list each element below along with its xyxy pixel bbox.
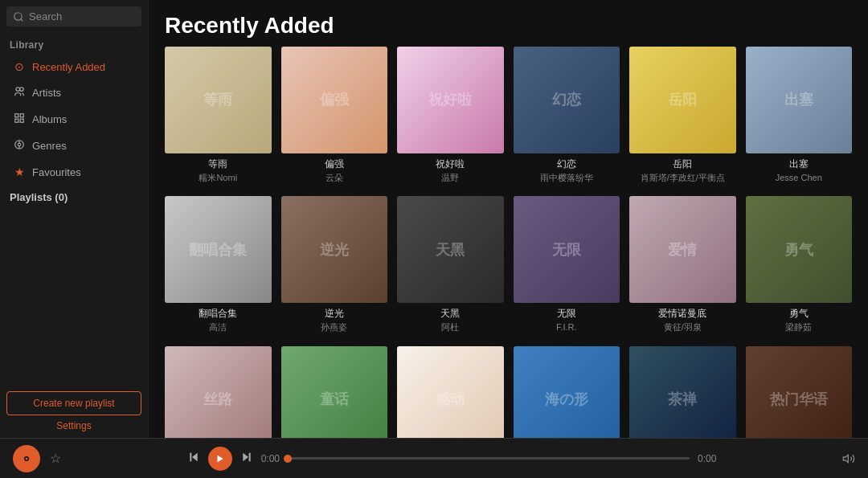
album-cover: 感动 [397, 346, 504, 438]
album-item[interactable]: 无限无限F.I.R. [514, 196, 620, 333]
nav-label-favourites: Favourites [32, 166, 81, 178]
album-artist: F.I.R. [556, 321, 577, 333]
album-title: 无限 [557, 308, 576, 321]
search-bar[interactable] [6, 6, 141, 27]
album-item[interactable]: 天黑天黑阿杜 [397, 196, 504, 333]
svg-rect-7 [20, 119, 23, 122]
albums-icon [13, 112, 26, 126]
album-item[interactable]: 祝好啦祝好啦温野 [397, 47, 504, 183]
svg-rect-16 [190, 452, 191, 461]
album-item[interactable]: 等雨等雨糯米Nomi [165, 47, 272, 183]
album-cover: 无限 [514, 196, 620, 303]
play-button[interactable] [208, 447, 232, 471]
album-artist: 黄征/羽泉 [664, 321, 702, 333]
progress-bar[interactable] [288, 457, 690, 460]
svg-marker-15 [192, 452, 198, 461]
album-artist: 雨中樱落纷华 [540, 172, 593, 183]
content-header: Recently Added [149, 0, 868, 47]
album-item[interactable]: 出塞出塞Jesse Chen [746, 47, 853, 183]
album-title: 祝好啦 [436, 158, 465, 171]
album-cover: 茶禅 [629, 346, 736, 438]
player-bar: ☆ 0:00 0:00 [0, 438, 868, 478]
album-cover: 热门华语 [746, 346, 853, 438]
album-cover: 偏强 [281, 47, 388, 153]
nav-item-favourites[interactable]: ★ Favourites [3, 160, 145, 184]
artists-icon [13, 86, 26, 100]
svg-point-9 [18, 143, 21, 146]
album-item[interactable]: 偏强偏强云朵 [281, 47, 388, 183]
album-title: 逆光 [325, 308, 344, 321]
album-title: 勇气 [789, 308, 809, 321]
album-title: 翻唱合集 [199, 308, 237, 321]
player-album-thumb [13, 445, 40, 472]
prev-button[interactable] [187, 451, 200, 467]
album-artist: 温野 [441, 172, 459, 183]
album-artist: 阿杜 [441, 321, 459, 333]
album-cover: 海の形 [514, 346, 620, 438]
album-item[interactable]: 翻唱合集翻唱合集高洁 [165, 196, 272, 333]
album-item[interactable]: 逆光逆光孙燕姿 [281, 196, 388, 333]
album-artist: 肖斯塔/李政红/平衡点 [641, 172, 725, 183]
album-title: 等雨 [208, 158, 227, 171]
sidebar: Library ⊙ Recently Added Artists Albums [0, 0, 149, 438]
album-item[interactable]: 幻恋幻恋雨中樱落纷华 [514, 47, 620, 183]
album-item[interactable]: 茶禅茶禅一味王华/苏畅 [629, 346, 736, 438]
svg-point-2 [16, 88, 20, 92]
svg-point-14 [26, 457, 28, 460]
progress-dot [284, 455, 292, 463]
nav-label-recently-added: Recently Added [32, 61, 105, 73]
svg-rect-6 [15, 119, 18, 122]
album-cover: 祝好啦 [397, 47, 504, 153]
album-cover: 出塞 [746, 47, 853, 153]
album-cover: 逆光 [281, 196, 388, 303]
album-item[interactable]: 爱情爱情诺曼底黄征/羽泉 [629, 196, 736, 333]
nav-label-artists: Artists [32, 87, 61, 99]
album-artist: 梁静茹 [785, 321, 812, 333]
album-cover: 丝路 [165, 346, 272, 438]
total-time: 0:00 [698, 453, 716, 464]
nav-item-recently-added[interactable]: ⊙ Recently Added [3, 55, 145, 79]
album-title: 出塞 [789, 158, 809, 171]
album-title: 爱情诺曼底 [658, 308, 706, 321]
album-title: 偏强 [325, 158, 344, 171]
settings-link[interactable]: Settings [6, 420, 141, 431]
album-cover: 童话 [281, 346, 388, 438]
album-artist: 高洁 [209, 321, 227, 333]
album-title: 幻恋 [557, 158, 576, 171]
album-title: 岳阳 [673, 158, 692, 171]
next-button[interactable] [240, 451, 253, 467]
album-item[interactable]: 热门华语热门华语267云の泣 [746, 346, 853, 438]
album-title: 天黑 [440, 308, 460, 321]
volume-area [842, 452, 855, 465]
playlists-label: Playlists (0) [0, 185, 148, 206]
nav-item-genres[interactable]: Genres [3, 133, 145, 158]
album-item[interactable]: 海の形海の形晏轩 [514, 346, 620, 438]
svg-rect-5 [20, 114, 23, 117]
albums-grid: 等雨等雨糯米Nomi偏强偏强云朵祝好啦祝好啦温野幻恋幻恋雨中樱落纷华岳阳岳阳肖斯… [149, 47, 868, 438]
album-item[interactable]: 感动感动韩红 [397, 346, 504, 438]
album-cover: 天黑 [397, 196, 504, 303]
player-controls: 0:00 0:00 [71, 447, 833, 471]
search-input[interactable] [29, 10, 135, 22]
favourite-button[interactable]: ☆ [50, 451, 61, 466]
nav-label-albums: Albums [32, 113, 67, 125]
create-playlist-button[interactable]: Create new playlist [6, 391, 141, 415]
svg-marker-18 [243, 452, 248, 461]
album-item[interactable]: 岳阳岳阳肖斯塔/李政红/平衡点 [629, 47, 736, 183]
nav-item-artists[interactable]: Artists [3, 80, 145, 105]
svg-marker-17 [217, 455, 223, 462]
album-item[interactable]: 勇气勇气梁静茹 [746, 196, 853, 333]
album-cover: 幻恋 [514, 47, 620, 153]
album-item[interactable]: 丝路丝路梁静茹 [165, 346, 272, 438]
album-item[interactable]: 童话童话光良 [281, 346, 388, 438]
album-artist: 云朵 [326, 172, 343, 183]
album-cover: 等雨 [165, 47, 272, 153]
album-cover: 翻唱合集 [165, 196, 272, 303]
genres-icon [13, 139, 26, 153]
nav-item-albums[interactable]: Albums [3, 107, 145, 132]
album-cover: 爱情 [629, 196, 736, 303]
album-artist: 糯米Nomi [199, 172, 237, 183]
svg-rect-19 [248, 452, 250, 461]
volume-icon [842, 452, 855, 465]
album-cover: 勇气 [746, 196, 853, 303]
